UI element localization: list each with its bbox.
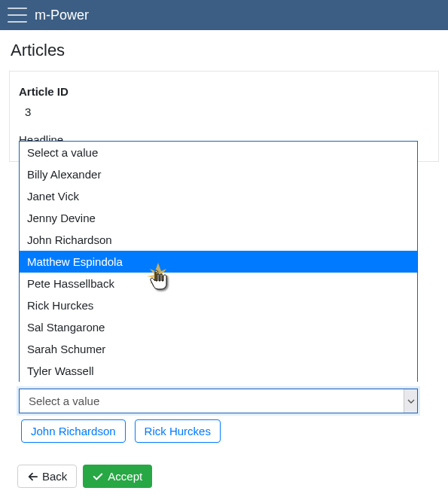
article-id-label: Article ID <box>19 85 429 98</box>
page: Articles Article ID 3 Headline Select a … <box>0 30 448 177</box>
dropdown-option[interactable]: Sal Stangarone <box>20 316 417 338</box>
menu-icon[interactable] <box>8 8 27 23</box>
form-actions: Back Accept <box>17 465 152 488</box>
token[interactable]: John Richardson <box>21 419 126 443</box>
back-label: Back <box>42 470 67 483</box>
dropdown-option[interactable]: Janet Vick <box>20 185 417 207</box>
page-title: Articles <box>11 41 439 60</box>
author-select[interactable]: Select a value <box>19 389 418 413</box>
dropdown-option[interactable]: Tyler Wassell <box>20 360 417 382</box>
dropdown-option-highlighted[interactable]: Matthew Espindola <box>20 251 417 273</box>
form-card: Article ID 3 Headline Select a value Bil… <box>9 71 439 162</box>
arrow-left-icon <box>27 471 38 482</box>
back-button[interactable]: Back <box>17 465 77 488</box>
dropdown-option[interactable]: Select a value <box>20 142 417 163</box>
dropdown-option[interactable]: Jenny Devine <box>20 207 417 229</box>
token[interactable]: Rick Hurckes <box>135 419 221 443</box>
accept-label: Accept <box>108 470 142 483</box>
author-select-display: Select a value <box>20 389 404 413</box>
accept-button[interactable]: Accept <box>83 465 152 488</box>
selected-tokens: John Richardson Rick Hurckes <box>21 419 221 443</box>
check-icon <box>93 471 103 482</box>
brand: m-Power <box>35 8 89 23</box>
dropdown-option[interactable]: John Richardson <box>20 229 417 251</box>
dropdown-option[interactable]: Sarah Schumer <box>20 338 417 360</box>
dropdown-option[interactable]: Rick Hurckes <box>20 294 417 316</box>
navbar: m-Power <box>0 0 448 30</box>
author-dropdown-list: Select a value Billy Alexander Janet Vic… <box>19 141 418 382</box>
article-id-value: 3 <box>25 105 429 118</box>
dropdown-option[interactable]: Billy Alexander <box>20 163 417 185</box>
chevron-down-icon[interactable] <box>404 389 417 413</box>
dropdown-option[interactable]: Pete Hassellback <box>20 273 417 294</box>
